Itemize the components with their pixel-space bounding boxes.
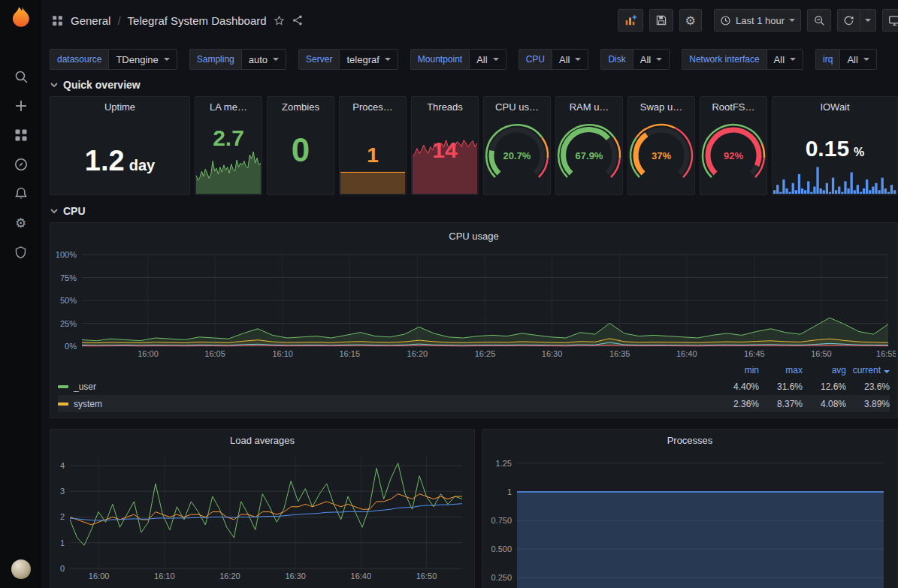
chevron-down-icon: [50, 80, 59, 89]
legend-min: 0.696%: [715, 416, 759, 419]
legend-avg: 12.6%: [803, 381, 846, 392]
panel-title[interactable]: RootFS…: [700, 97, 766, 116]
series-toggle[interactable]: _user: [58, 381, 715, 392]
variable-value-dropdown[interactable]: All: [766, 49, 803, 70]
panel-cpu-gauge: CPU us… 20.7%: [483, 96, 551, 195]
svg-text:0%: 0%: [65, 342, 77, 351]
svg-text:50%: 50%: [60, 296, 77, 305]
chevron-down-icon: [164, 58, 170, 61]
bottom-row: Load averages 0123416:0016:1016:2016:301…: [50, 429, 898, 588]
dashboard-header: General / Telegraf System Dashboard ⚙ La: [41, 0, 898, 41]
variable-irq: irq All: [815, 49, 877, 70]
variable-sampling: Sampling auto: [189, 49, 286, 70]
variable-value-dropdown[interactable]: telegraf: [339, 49, 398, 70]
variable-label: Disk: [600, 49, 632, 70]
star-icon[interactable]: [274, 15, 285, 26]
section-title: CPU: [63, 205, 86, 217]
cpu-usage-chart[interactable]: 0%25%50%75%100%16:0016:0516:1016:1516:20…: [52, 249, 896, 360]
panel-title[interactable]: CPU usage: [50, 223, 897, 249]
cycle-view-mode-button[interactable]: [882, 9, 898, 32]
panel-cpu-usage: CPU usage 0%25%50%75%100%16:0016:0516:10…: [50, 222, 898, 418]
chevron-down-icon: [575, 58, 581, 61]
svg-text:0.250: 0.250: [491, 573, 512, 582]
dashboards-icon[interactable]: [6, 122, 36, 148]
svg-text:16:10: 16:10: [154, 571, 175, 580]
explore-compass-icon[interactable]: [6, 152, 36, 177]
panel-title[interactable]: Zombies: [268, 97, 334, 116]
row-cpu[interactable]: CPU: [50, 203, 898, 219]
create-plus-icon[interactable]: [6, 93, 36, 119]
svg-text:16:55: 16:55: [876, 349, 896, 358]
refresh-interval-dropdown[interactable]: [860, 9, 876, 32]
series-toggle[interactable]: system: [58, 399, 715, 409]
panel-load-averages: Load averages 0123416:0016:1016:2016:301…: [50, 429, 475, 588]
add-panel-button[interactable]: [618, 9, 643, 32]
panel-title[interactable]: LA me…: [195, 97, 262, 116]
svg-text:20.7%: 20.7%: [503, 150, 531, 161]
clock-icon: [720, 15, 731, 26]
panel-processes-stat: Proces… 1: [339, 96, 407, 195]
variable-value-dropdown[interactable]: All: [633, 49, 670, 70]
series-swatch: [58, 385, 68, 388]
panel-iowait: IOWait 0.15 %: [772, 96, 898, 195]
svg-text:25%: 25%: [60, 319, 77, 328]
svg-text:3: 3: [60, 487, 65, 496]
svg-text:16:00: 16:00: [89, 571, 110, 580]
panel-threads: Threads 14: [411, 96, 479, 195]
panel-title[interactable]: Swap u…: [628, 97, 694, 116]
legend-sort-current[interactable]: current: [846, 365, 890, 375]
stat-value: 1: [340, 143, 406, 167]
chevron-down-icon: [865, 19, 871, 22]
legend-sort-max[interactable]: max: [759, 365, 803, 375]
user-avatar[interactable]: [11, 559, 31, 579]
series-toggle[interactable]: softirq: [58, 416, 715, 419]
time-range-picker[interactable]: Last 1 hour: [714, 9, 801, 32]
dashboard-settings-button[interactable]: ⚙: [679, 9, 702, 32]
variable-value-dropdown[interactable]: All: [469, 49, 506, 70]
server-admin-shield-icon[interactable]: [6, 240, 36, 265]
save-dashboard-button[interactable]: [649, 9, 673, 32]
search-icon[interactable]: [6, 64, 36, 89]
svg-text:16:25: 16:25: [475, 349, 496, 358]
stats-row: Uptime 1.2 day LA me… 2.7 Zombies 0 Proc…: [50, 96, 898, 195]
svg-text:16:45: 16:45: [744, 349, 765, 358]
processes-chart[interactable]: 0.2500.5000.75011.25: [484, 451, 893, 588]
template-variables-row: datasource TDengine Sampling auto Server…: [50, 47, 898, 72]
breadcrumb-dashboard-title[interactable]: Telegraf System Dashboard: [128, 14, 267, 27]
panel-title[interactable]: Uptime: [50, 97, 189, 116]
svg-text:16:10: 16:10: [272, 349, 293, 358]
variable-value-dropdown[interactable]: TDengine: [108, 49, 177, 70]
breadcrumb-folder[interactable]: General: [71, 14, 110, 27]
stat-value: 1.2: [85, 145, 125, 177]
panel-title[interactable]: Processes: [482, 430, 897, 451]
variable-disk: Disk All: [600, 49, 670, 70]
configuration-gear-icon[interactable]: ⚙: [6, 210, 36, 236]
variable-value-dropdown[interactable]: All: [552, 49, 588, 70]
share-icon[interactable]: [292, 14, 304, 26]
panel-title[interactable]: Threads: [412, 97, 478, 116]
svg-text:16:00: 16:00: [138, 349, 159, 358]
svg-text:67.9%: 67.9%: [576, 150, 603, 161]
grafana-logo[interactable]: [9, 5, 33, 31]
panel-title[interactable]: RAM u…: [556, 97, 622, 116]
variable-value-dropdown[interactable]: All: [839, 49, 876, 70]
legend-sort-min[interactable]: min: [715, 365, 759, 375]
variable-value-dropdown[interactable]: auto: [241, 49, 286, 70]
la-sparkline: [196, 147, 261, 194]
alerting-bell-icon[interactable]: [6, 181, 36, 207]
refresh-icon: [843, 15, 854, 26]
section-title: Quick overview: [63, 79, 141, 91]
chevron-down-icon: [273, 58, 279, 61]
variable-network-interface: Network interface All: [682, 49, 803, 70]
panel-title[interactable]: CPU us…: [484, 97, 550, 116]
panel-title[interactable]: IOWait: [773, 97, 897, 116]
zoom-out-time-button[interactable]: [807, 9, 831, 32]
row-quick-overview[interactable]: Quick overview: [50, 77, 898, 93]
load-averages-chart[interactable]: 0123416:0016:1016:2016:3016:4016:50: [52, 451, 470, 582]
legend-sort-avg[interactable]: avg: [803, 365, 846, 375]
ram-usage-gauge: 67.9%: [556, 116, 622, 192]
panel-title[interactable]: Load averages: [50, 430, 474, 451]
panel-title[interactable]: Proces…: [340, 97, 406, 116]
svg-text:0: 0: [60, 564, 65, 573]
refresh-button[interactable]: [837, 9, 860, 32]
